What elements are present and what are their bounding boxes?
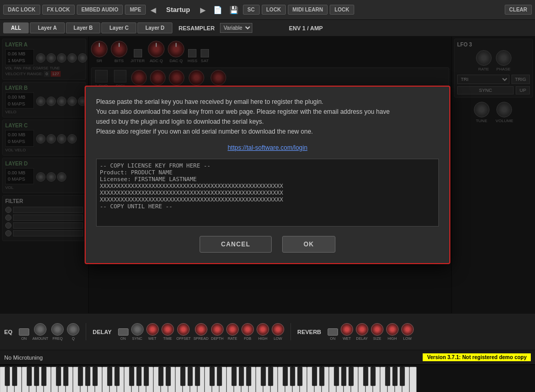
reverb-title-wrap: REVERB [297,329,321,335]
svg-rect-63 [64,367,68,386]
delay-depth-wrap: DEPTH [211,323,224,340]
delay-rate-wrap: RATE [226,323,239,340]
reverb-high-knob[interactable] [386,323,399,336]
delay-low-wrap: LOW [272,323,284,340]
svg-rect-95 [393,367,398,386]
svg-rect-91 [349,367,354,386]
modal-buttons: CANCEL OK [96,236,439,253]
delay-fdb-knob[interactable] [241,323,254,336]
fx-row: EQ ON AMOUNT FREQ Q DELAY ON SYNC [0,313,535,350]
tab-all[interactable]: ALL [3,22,29,33]
tab-layer-c[interactable]: Layer C [101,22,136,33]
eq-on-wrap: ON [19,328,29,340]
svg-rect-93 [371,367,376,386]
eq-q-knob[interactable] [67,323,79,336]
resampler-label: RESAMPLER [179,25,215,31]
reverb-delay-knob[interactable] [356,323,368,336]
fx-lock-button[interactable]: FX LOCK [42,5,75,15]
delay-offset-knob[interactable] [177,323,190,336]
svg-rect-83 [269,367,273,386]
reverb-on-led[interactable] [328,328,338,336]
ok-button[interactable]: OK [282,236,335,253]
resampler-dropdown[interactable]: Variable [220,23,252,33]
delay-offset-wrap: OFFSET [177,323,191,340]
svg-rect-74 [181,367,185,386]
delay-title: DELAY [92,329,111,335]
delay-on-wrap: ON [118,328,129,340]
tab-layer-b[interactable]: Layer B [66,22,101,33]
svg-rect-85 [290,367,295,386]
svg-rect-82 [261,367,266,386]
svg-rect-75 [188,367,193,386]
eq-amount-wrap: AMOUNT [32,323,48,340]
modal-dialog: Please paste the serial key you have rec… [85,86,450,265]
svg-rect-58 [13,367,17,386]
svg-rect-94 [386,367,390,386]
delay-on-led[interactable] [118,328,129,336]
svg-rect-72 [159,367,164,386]
svg-rect-62 [56,367,61,386]
delay-rate-knob[interactable] [226,323,239,336]
svg-rect-67 [108,367,112,386]
midi-learn-button[interactable]: MIDI LEARN [288,5,328,15]
mpe-button[interactable]: MPE [125,5,146,15]
eq-on-led[interactable] [19,328,29,336]
modal-textarea[interactable]: -- COPY LICENSE KEY FROM HERE -- Product… [96,159,439,227]
delay-high-knob[interactable] [257,323,269,336]
reverb-title: REVERB [297,329,321,335]
layer-tabs: ALL Layer A Layer B Layer C Layer D RESA… [0,20,535,37]
lock-button[interactable]: LOCK [262,5,286,15]
eq-q-wrap: Q [67,323,79,340]
svg-rect-84 [283,367,288,386]
modal-link[interactable]: https://tal-software.com/login [96,144,439,151]
piano-svg: C0C1C2C3C4C5C6C7 [0,366,535,392]
delay-sync-knob[interactable] [131,323,144,336]
delay-time-wrap: TIME [161,323,174,340]
delay-low-knob[interactable] [272,323,284,336]
tab-layer-a[interactable]: Layer A [30,22,64,33]
status-bar: No Microtuning Version 3.7.1: Not regist… [0,350,535,364]
reverb-size-wrap: SIZE [371,323,383,340]
clear-button[interactable]: CLEAR [505,5,532,15]
eq-title: EQ [4,329,13,335]
piano-keyboard[interactable]: C0C1C2C3C4C5C6C7 [0,364,535,392]
svg-rect-79 [232,367,237,386]
embed-audio-button[interactable]: EMBED AUDIO [77,5,123,15]
delay-spread-knob[interactable] [195,323,207,336]
svg-rect-96 [400,367,405,386]
transport-label: Startup [161,6,195,14]
svg-rect-57 [5,367,10,386]
reverb-wet-knob[interactable] [341,323,353,336]
tab-layer-d[interactable]: Layer D [137,22,172,33]
reverb-knobs: ON WET DELAY SIZE HIGH LOW [328,323,414,340]
delay-knobs: ON SYNC WET TIME OFFSET SPREAD DEPTH RA [118,323,291,340]
save-button[interactable]: 💾 [227,5,241,15]
lock2-button[interactable]: LOCK [330,5,354,15]
svg-rect-80 [239,367,244,386]
sc-button[interactable]: SC [243,5,260,15]
delay-sync-wrap: SYNC [131,323,144,340]
main-content: LAYER A 0.06 MB 1 MAPS VOL PAN FINE [0,37,535,313]
delay-time-knob[interactable] [161,323,174,336]
svg-rect-90 [342,367,346,386]
svg-rect-76 [195,367,200,386]
reverb-size-knob[interactable] [371,323,383,336]
svg-rect-77 [210,367,215,386]
svg-rect-66 [93,367,98,386]
microtuning-label: No Microtuning [4,354,43,361]
delay-wet-knob[interactable] [146,323,159,336]
prev-button[interactable]: ◀ [148,5,159,15]
svg-rect-68 [115,367,120,386]
svg-rect-70 [137,367,142,386]
eq-freq-knob[interactable] [51,323,64,336]
delay-depth-knob[interactable] [211,323,224,336]
env1-label: ENV 1 / AMP [289,25,323,31]
dac-lock-button[interactable]: DAC LOCK [3,5,40,15]
eq-amount-knob[interactable] [34,323,46,336]
cancel-button[interactable]: CANCEL [200,236,272,253]
next-button[interactable]: ▶ [197,5,208,15]
file-button[interactable]: 📄 [211,5,225,15]
svg-rect-92 [364,367,368,386]
reverb-low-knob[interactable] [401,323,414,336]
svg-rect-59 [27,367,32,386]
